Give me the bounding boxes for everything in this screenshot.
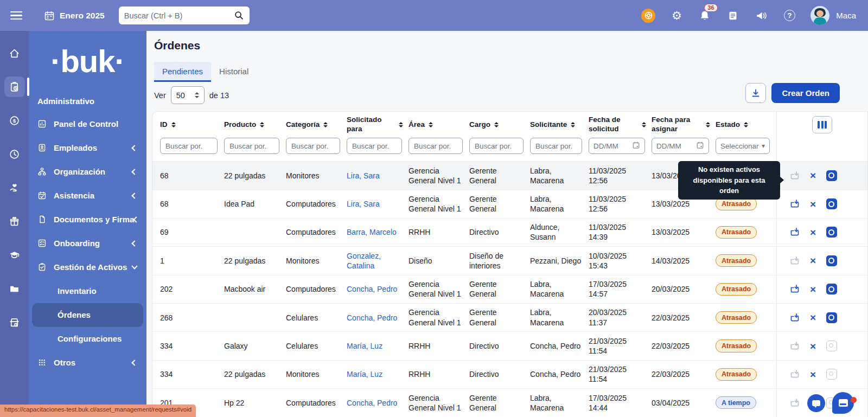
order-details-button[interactable] — [826, 369, 837, 380]
sidebar-item-empleados[interactable]: Empleados — [29, 136, 146, 160]
assign-asset-button[interactable] — [789, 255, 800, 266]
strip-benefits-hand-heart-icon[interactable] — [4, 177, 25, 198]
sort-icon[interactable] — [642, 122, 646, 128]
strip-asset-management-icon[interactable] — [4, 76, 25, 97]
sidebar-item-onboarding[interactable]: Onboarding — [29, 232, 146, 255]
order-details-button[interactable] — [826, 341, 837, 352]
requested-for-link[interactable]: María, Luz — [347, 342, 382, 350]
column-header-area[interactable]: Área — [409, 120, 469, 130]
assign-asset-button[interactable] — [789, 397, 800, 408]
cancel-order-button[interactable]: × — [807, 312, 819, 323]
order-details-button[interactable] — [826, 255, 837, 266]
requested-for-link[interactable]: María, Luz — [347, 370, 382, 378]
strip-payroll-dollar-icon[interactable]: $ — [4, 110, 25, 131]
download-button[interactable] — [745, 83, 766, 103]
assign-asset-button[interactable] — [789, 170, 800, 181]
support-icon[interactable] — [641, 9, 655, 23]
sidebar-item-otros[interactable]: Otros — [29, 351, 146, 375]
requested-for-link[interactable]: Lira, Sara — [347, 200, 380, 208]
filter-input-id[interactable] — [160, 138, 218, 154]
order-details-button[interactable] — [826, 312, 837, 323]
assign-asset-button[interactable] — [789, 198, 800, 210]
strip-gift-icon[interactable] — [4, 211, 25, 232]
requested-for-link[interactable]: Lira, Sara — [347, 171, 380, 180]
order-details-button[interactable] — [826, 198, 837, 210]
filter-input-categoria[interactable] — [286, 138, 340, 154]
chat-bubble-button[interactable] — [807, 394, 825, 412]
requested-for-link[interactable]: Concha, Pedro — [347, 313, 397, 322]
sort-icon[interactable] — [571, 122, 575, 128]
strip-time-clock-icon[interactable] — [4, 144, 25, 164]
sort-icon[interactable] — [323, 122, 328, 128]
column-header-fecha_solicitud[interactable]: Fecha de solicitud — [589, 116, 652, 134]
hamburger-menu-icon[interactable] — [10, 9, 22, 22]
column-header-fecha_asignar[interactable]: Fecha para asignar — [652, 116, 716, 134]
filter-input-solicitado_para[interactable] — [347, 138, 402, 154]
sort-icon[interactable] — [706, 122, 710, 128]
assign-asset-button[interactable] — [789, 312, 800, 323]
column-header-solicitante[interactable]: Solicitante — [530, 120, 589, 130]
tab-pendientes[interactable]: Pendientes — [154, 62, 211, 82]
sidebar-item-asistencia[interactable]: Asistencia — [29, 184, 146, 208]
order-details-button[interactable] — [826, 227, 837, 238]
sidebar-item-gestion-de-activos[interactable]: Gestión de Activos — [29, 255, 146, 279]
sidebar-item-documentos-y-firma[interactable]: Documentos y Firma — [29, 208, 146, 232]
strip-marketplace-store-icon[interactable] — [4, 312, 25, 332]
filter-input-solicitante[interactable] — [530, 138, 582, 154]
sidebar-subitem-configuraciones[interactable]: Configuraciones — [32, 327, 143, 351]
filter-date-fecha_asignar[interactable]: DD/MM — [652, 138, 709, 154]
search-icon[interactable] — [234, 10, 244, 21]
search-input[interactable] — [124, 11, 234, 20]
cancel-order-button[interactable]: × — [807, 255, 819, 266]
cancel-order-button[interactable]: × — [807, 341, 819, 352]
column-header-producto[interactable]: Producto — [224, 120, 286, 130]
sort-icon[interactable] — [744, 122, 748, 128]
assign-asset-button[interactable] — [789, 227, 800, 238]
sidebar-item-panel-de-control[interactable]: Panel de Control — [29, 112, 146, 136]
chat-widget-button[interactable] — [832, 392, 854, 414]
column-header-id[interactable]: ID — [160, 120, 224, 130]
filter-input-area[interactable] — [409, 138, 463, 154]
cancel-order-button[interactable]: × — [807, 198, 819, 210]
user-avatar[interactable] — [810, 6, 829, 25]
order-details-button[interactable] — [826, 170, 837, 181]
cancel-order-button[interactable]: × — [807, 170, 819, 181]
column-settings-button[interactable] — [812, 116, 832, 133]
sort-icon[interactable] — [260, 122, 264, 128]
requested-for-link[interactable]: Gonzalez, Catalina — [347, 252, 381, 270]
cancel-order-button[interactable]: × — [807, 284, 819, 295]
assign-asset-button[interactable] — [789, 341, 800, 352]
sort-icon[interactable] — [399, 122, 403, 128]
filter-input-cargo[interactable] — [469, 138, 524, 154]
sidebar-subitem-inventario[interactable]: Inventario — [32, 279, 143, 303]
sort-icon[interactable] — [429, 122, 433, 128]
strip-home-icon[interactable] — [4, 43, 25, 63]
requested-for-link[interactable]: Barra, Marcelo — [347, 228, 397, 236]
notifications-bell-icon[interactable]: 36 — [698, 9, 712, 23]
column-header-categoria[interactable]: Categoría — [286, 120, 347, 130]
requested-for-link[interactable]: Concha, Pedro — [347, 285, 397, 293]
settings-gear-icon[interactable]: ⚙ — [669, 9, 684, 23]
filter-input-producto[interactable] — [224, 138, 279, 154]
sort-icon[interactable] — [171, 122, 176, 128]
column-header-estado[interactable]: Estado — [716, 120, 776, 130]
global-search[interactable] — [119, 7, 250, 24]
cancel-order-button[interactable]: × — [807, 369, 819, 380]
requested-for-link[interactable]: Concha, Pedro — [347, 399, 397, 407]
filter-select-estado[interactable]: Seleccionar▾ — [716, 138, 770, 154]
assign-asset-button[interactable] — [789, 284, 800, 295]
column-header-solicitado_para[interactable]: Solicitado para — [347, 116, 409, 134]
strip-training-cap-icon[interactable] — [4, 245, 25, 265]
assign-asset-button[interactable] — [789, 369, 800, 380]
column-header-cargo[interactable]: Cargo — [469, 120, 530, 130]
cancel-order-button[interactable]: × — [807, 227, 819, 238]
period-selector[interactable]: Enero 2025 — [44, 10, 105, 21]
create-order-button[interactable]: Crear Orden — [771, 83, 840, 103]
order-details-button[interactable] — [826, 284, 837, 295]
sort-icon[interactable] — [494, 122, 499, 128]
strip-documents-folder-icon[interactable] — [4, 278, 25, 299]
notes-icon[interactable] — [726, 9, 740, 23]
tab-historial[interactable]: Historial — [211, 62, 257, 82]
filter-date-fecha_solicitud[interactable]: DD/MM — [589, 138, 645, 154]
sidebar-subitem-ordenes[interactable]: Órdenes — [32, 303, 143, 327]
